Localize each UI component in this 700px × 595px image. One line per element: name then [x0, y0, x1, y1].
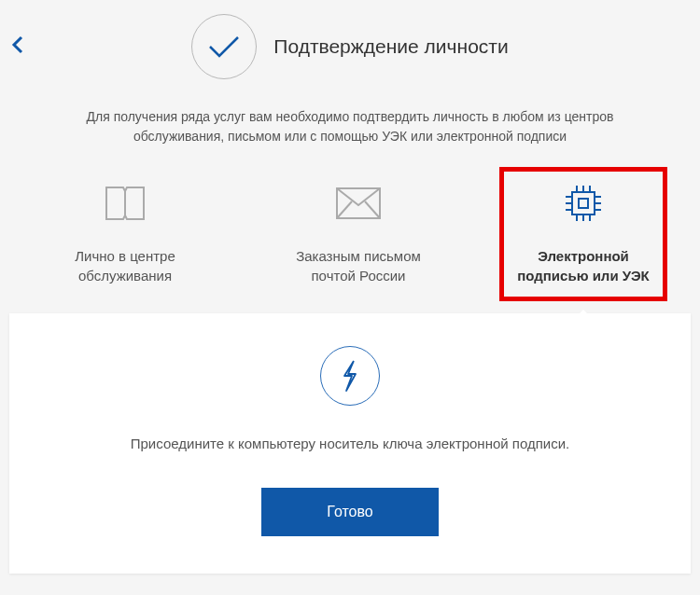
chip-icon: [561, 179, 606, 228]
back-arrow[interactable]: [11, 35, 26, 54]
lightning-icon: [320, 346, 380, 406]
card-instruction: Присоедините к компьютеру носитель ключа…: [47, 434, 653, 455]
svg-rect-4: [572, 192, 595, 214]
option-esignature[interactable]: Электронной подписью или УЭК: [499, 167, 667, 301]
option-label: Заказным письмом почтой России: [274, 246, 442, 285]
page-description: Для получения ряда услуг вам необходимо …: [0, 107, 700, 146]
option-mail[interactable]: Заказным письмом почтой России: [274, 179, 442, 285]
instruction-card: Присоедините к компьютеру носитель ключа…: [9, 313, 691, 574]
verification-options: Лично в центре обслуживания Заказным пис…: [0, 179, 700, 285]
option-label: Лично в центре обслуживания: [41, 246, 209, 285]
envelope-icon: [335, 179, 382, 228]
svg-line-3: [365, 201, 380, 218]
page-header: Подтверждение личности: [0, 0, 700, 79]
option-in-person[interactable]: Лично в центре обслуживания: [41, 179, 209, 285]
check-icon: [191, 14, 257, 79]
svg-rect-5: [579, 199, 588, 208]
option-label: Электронной подписью или УЭК: [508, 246, 659, 285]
svg-line-2: [337, 201, 352, 218]
page-title: Подтверждение личности: [273, 35, 508, 58]
ready-button[interactable]: Готово: [261, 488, 438, 536]
book-icon: [103, 179, 147, 228]
